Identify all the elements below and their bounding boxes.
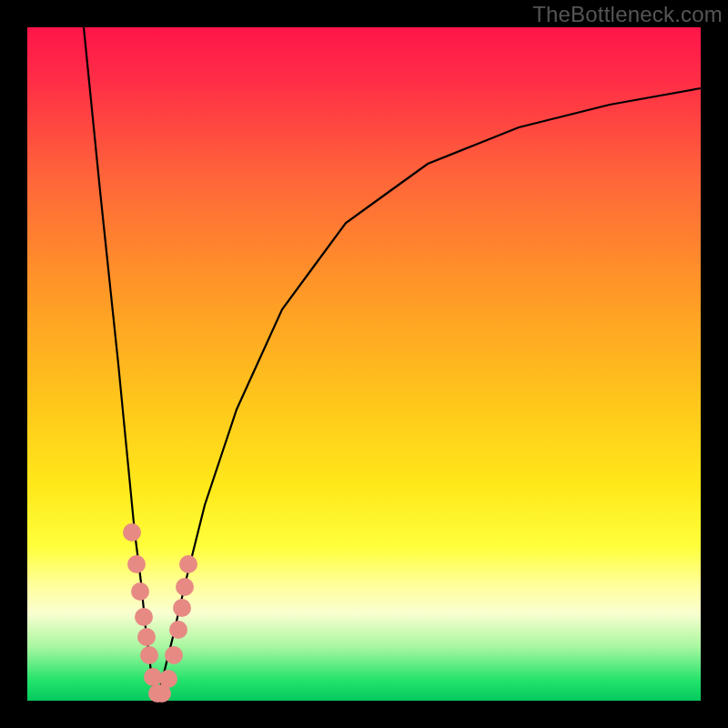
marker-dot — [123, 523, 141, 541]
marker-dot — [140, 646, 158, 664]
chart-frame: TheBottleneck.com — [0, 0, 728, 728]
marker-dot — [137, 628, 156, 646]
plot-area — [27, 27, 701, 701]
marker-dot — [127, 555, 146, 573]
curve-svg — [27, 27, 701, 701]
marker-dot — [173, 599, 191, 617]
marker-dot — [165, 646, 183, 664]
marker-dot — [144, 668, 162, 686]
marker-dot — [135, 608, 153, 626]
marker-dot — [176, 578, 194, 596]
curve-right-branch — [159, 88, 701, 692]
marker-dot — [131, 582, 149, 601]
watermark-text: TheBottleneck.com — [532, 2, 723, 27]
marker-dot — [159, 670, 177, 688]
marker-dot — [179, 555, 197, 573]
marker-dots — [123, 523, 197, 703]
marker-dot — [169, 621, 187, 639]
